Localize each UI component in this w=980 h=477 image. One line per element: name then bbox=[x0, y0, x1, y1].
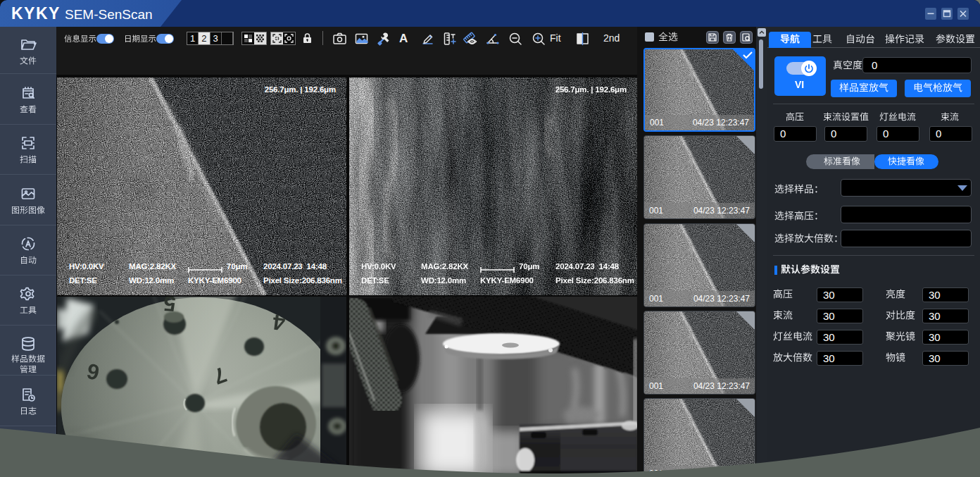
svg-text:5: 5 bbox=[163, 297, 177, 316]
